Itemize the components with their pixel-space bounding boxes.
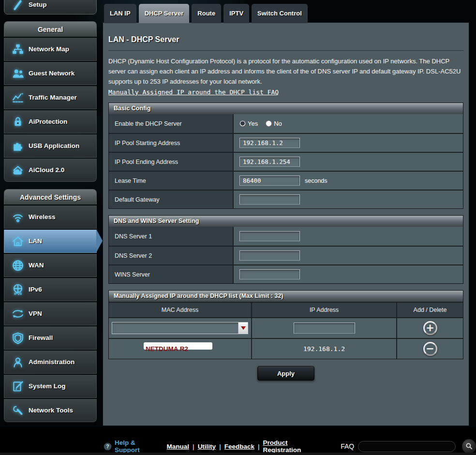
faq-search-input[interactable] [358,441,456,452]
divider [108,50,463,51]
new-ip-input[interactable] [294,323,355,334]
col-header-add-delete: Add / Delete [397,303,463,317]
delete-entry-button[interactable]: − [423,342,437,356]
lock-icon [7,116,29,128]
page-description: DHCP (Dynamic Host Configuration Protoco… [108,56,463,87]
tab-switch-control[interactable]: Switch Control [252,4,308,23]
dhcp-no-radio[interactable] [266,120,272,127]
add-entry-button[interactable]: + [423,321,437,335]
search-icon [465,442,473,450]
lease-time-label: Lease Time [109,172,234,190]
footer-links: Manual | Utility | Feedback | Product Re… [167,439,322,454]
sidebar-item-label: WAN [29,262,44,269]
sidebar-group-header: Advanced Settings [4,189,97,205]
sidebar-item-label: AiCloud 2.0 [29,166,64,174]
vpn-arrows-icon [7,308,29,320]
sidebar-item-network-tools[interactable]: Network Tools [4,399,97,422]
separator: | [258,443,260,450]
footer: ? Help & Support Manual | Utility | Feed… [0,427,476,455]
chevron-down-icon[interactable] [238,323,248,334]
help-support-label: Help & Support [115,439,160,454]
dns1-label: DNS Server 1 [109,227,234,246]
sidebar: Setup General Network Map Gu [4,0,97,422]
sidebar-item-label: USB Application [29,142,79,149]
cloud-home-icon [7,164,29,176]
lease-time-input[interactable] [239,176,300,186]
sidebar-item-system-log[interactable]: System Log [4,375,97,398]
mac-address-input[interactable] [113,323,238,333]
default-gateway-input[interactable] [239,194,300,205]
sidebar-item-administration[interactable]: Administration [4,351,97,374]
shield-icon [7,332,29,344]
search-button[interactable] [462,439,476,454]
sidebar-item-lan[interactable]: LAN [4,230,97,253]
sidebar-item-label: Administration [29,358,74,366]
sidebar-item-traffic-manager[interactable]: Traffic Manager [4,86,97,109]
dns1-input[interactable] [239,231,300,241]
sidebar-item-firewall[interactable]: Firewall [4,326,97,350]
enable-dhcp-label: Enable the DHCP Server [109,114,234,133]
sidebar-item-label: Traffic Manager [29,94,77,101]
entry-ip: 192.168.1.2 [303,345,345,352]
dhcp-yes-radio[interactable] [239,120,246,127]
sidebar-item-ipv6[interactable]: IPv6 IPv6 [4,278,97,301]
section-header: Manually Assigned IP around the DHCP lis… [109,291,463,302]
product-registration-link[interactable]: Product Registration [263,439,321,454]
svg-text:?: ? [106,443,109,449]
traffic-chart-icon [7,91,29,104]
manual-link[interactable]: Manual [167,443,190,450]
pool-start-input[interactable] [239,138,300,148]
globe-icon [7,259,29,272]
pool-start-label: IP Pool Starting Address [109,134,234,152]
sidebar-group-advanced: Advanced Settings Wireless LAN [4,189,97,422]
sidebar-item-usb-application[interactable]: USB Application [4,134,97,158]
sidebar-item-wan[interactable]: WAN [4,254,97,277]
sidebar-group-header: General [4,21,97,37]
sidebar-item-aicloud[interactable]: AiCloud 2.0 [4,159,97,182]
tab-iptv[interactable]: IPTV [223,4,249,23]
sidebar-item-label: Guest Network [29,70,74,77]
usb-puzzle-icon [7,140,29,152]
sidebar-item-setup[interactable]: Setup [4,0,97,15]
content-panel: LAN - DHCP Server DHCP (Dynamic Host Con… [103,22,469,426]
pool-end-input[interactable] [239,157,300,167]
sidebar-item-wireless[interactable]: Wireless [4,205,97,229]
network-map-icon [7,43,29,56]
no-label: No [274,120,282,127]
help-support-link[interactable]: ? Help & Support [104,439,160,454]
tab-bar: LAN IP DHCP Server Route IPTV Switch Con… [104,4,308,23]
default-gateway-label: Default Gateway [109,191,234,208]
manual-assignment-faq-link[interactable]: Manually Assigned IP around the DHCP lis… [108,88,279,96]
guest-network-icon [7,67,29,80]
new-entry-row: + [109,317,463,338]
dns2-input[interactable] [239,250,300,261]
tab-dhcp-server[interactable]: DHCP Server [139,4,190,23]
question-circle-icon: ? [104,442,112,451]
tab-lan-ip[interactable]: LAN IP [104,4,136,23]
sidebar-item-guest-network[interactable]: Guest Network [4,62,97,85]
apply-button[interactable]: Apply [257,366,314,381]
svg-text:IPv6: IPv6 [14,291,22,295]
quick-setup-wand-icon [7,0,29,11]
feedback-link[interactable]: Feedback [224,443,254,450]
tab-route[interactable]: Route [192,4,221,23]
sidebar-item-label: IPv6 [29,286,42,293]
basic-config-section: Basic Config Enable the DHCP Server Yes … [108,103,463,209]
sidebar-item-label: System Log [29,382,66,390]
mac-address-combobox[interactable] [112,322,248,334]
sidebar-item-label: VPN [29,310,42,317]
col-header-ip: IP Address [252,303,397,317]
client-name: NETDUMA R2 [146,345,188,352]
utility-link[interactable]: Utility [198,443,216,450]
separator: | [219,443,221,450]
sidebar-item-label: LAN [29,237,42,245]
sidebar-item-aiprotection[interactable]: AiProtection [4,110,97,133]
wins-input[interactable] [239,269,300,279]
sidebar-item-network-map[interactable]: Network Map [4,38,97,61]
sidebar-item-vpn[interactable]: VPN [4,302,97,325]
sidebar-group-general: General Network Map Guest Network [4,21,97,182]
wins-label: WINS Server [109,265,234,283]
home-icon [7,235,29,248]
ipv6-globe-icon: IPv6 [7,283,29,296]
sidebar-item-label: Setup [29,1,47,8]
